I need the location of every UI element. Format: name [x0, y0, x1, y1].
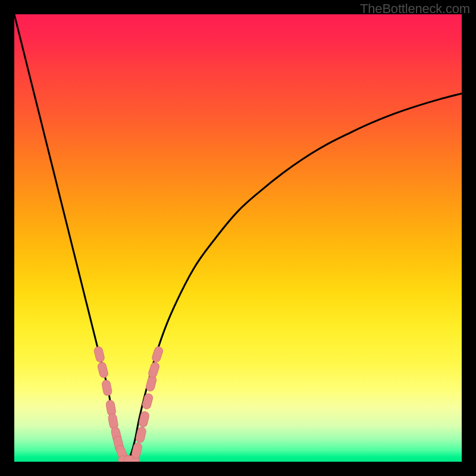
marker-pill — [151, 346, 164, 363]
curve-layer — [14, 14, 462, 462]
chart-svg — [14, 14, 462, 462]
marker-pill — [142, 393, 154, 410]
marker-pill — [93, 346, 105, 363]
plot-area — [14, 14, 462, 462]
marker-pill — [148, 361, 160, 378]
marker-layer — [93, 346, 164, 462]
outer-frame: TheBottleneck.com — [0, 0, 476, 476]
marker-pill — [131, 442, 143, 459]
curve-right-branch — [126, 93, 462, 462]
marker-pill — [101, 380, 112, 396]
marker-pill — [97, 362, 109, 379]
